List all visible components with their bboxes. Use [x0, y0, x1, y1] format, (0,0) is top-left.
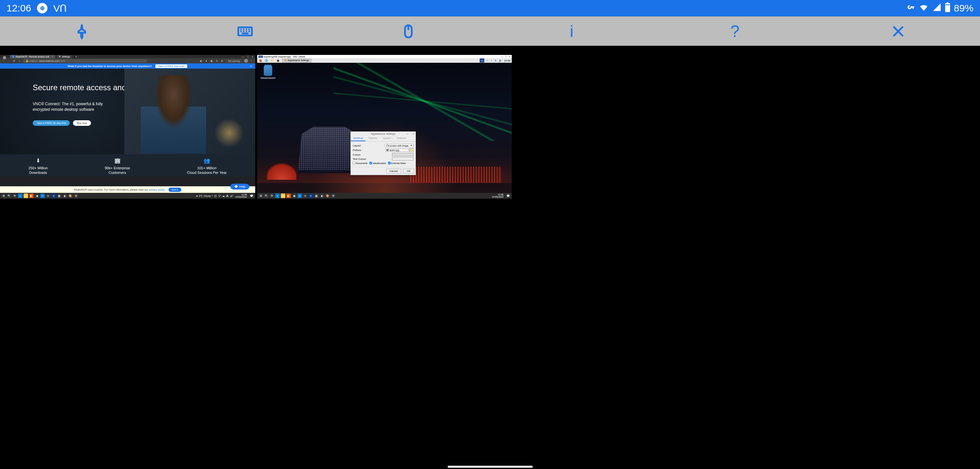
taskbar-app3-icon[interactable]: ◐ [320, 193, 324, 198]
forward-icon[interactable]: → [7, 59, 11, 62]
tray-network-icon[interactable]: 🖧 [226, 195, 229, 197]
tray-icon[interactable]: 🗩 [218, 195, 221, 197]
taskbar-app3-icon[interactable]: ◐ [62, 193, 67, 198]
wastebasket-desktop-icon[interactable]: Wastebasket [261, 66, 275, 79]
picture-filename[interactable]: 🖼 lasers.jpg [385, 149, 408, 152]
promo-close-icon[interactable]: × [250, 64, 252, 68]
pi-bluetooth-icon[interactable]: ᛒ [491, 59, 492, 62]
menu-icon[interactable]: ⋯ [250, 59, 253, 62]
tray-icon[interactable]: ◫ [214, 195, 217, 197]
taskbar-app2-icon[interactable]: ▦ [314, 193, 319, 198]
ok-button[interactable]: OK [403, 169, 414, 174]
taskbar-app4-icon[interactable]: 🎨 [68, 193, 73, 198]
pi-terminal-icon[interactable]: ▣ [276, 59, 280, 62]
tray-onedrive-icon[interactable]: ☁ [222, 195, 225, 197]
pi-volume-icon[interactable]: 🔊 [499, 59, 502, 62]
help-button[interactable]: ? [722, 22, 748, 41]
pi-accessibility-icon[interactable]: ☺ [486, 59, 489, 62]
ext-icon-3[interactable]: ◉ [210, 59, 213, 62]
pi-task-appearance[interactable]: 🎨 Appearance Settings [282, 59, 312, 62]
info-button[interactable]: i [558, 22, 585, 41]
dialog-close-icon[interactable]: × [413, 132, 414, 135]
ext-icon-1[interactable]: ◐ [199, 59, 202, 62]
home-icon[interactable]: ⌂ [18, 59, 21, 62]
taskbar-app-h-icon[interactable]: H [303, 193, 307, 198]
window-minimize-icon[interactable]: — [242, 55, 244, 59]
tray-chevron-icon[interactable]: ^ [212, 195, 213, 197]
new-tab-button[interactable]: + [73, 55, 79, 59]
start-button[interactable]: ⊞ [1, 193, 6, 198]
sync-status[interactable]: Not syncing [226, 60, 242, 62]
pi-browser-icon[interactable]: 🌐 [264, 59, 268, 62]
taskbar-edge-icon[interactable]: e [18, 193, 22, 198]
help-fab[interactable]: 💬 Help [231, 184, 249, 190]
taskbar-outlook-icon[interactable]: O [298, 193, 302, 198]
tray-volume-icon[interactable]: 🔊 [230, 195, 233, 197]
remote-desktop-area[interactable]: ▤ RealVNC® - Remote access soft × ⚙ Sett… [0, 46, 980, 469]
screen-right[interactable]: V2 raspberrypi08 (raspberrypi) - VNC Vie… [257, 55, 512, 199]
taskbar-clock[interactable]: 12:06 07/03/2022 [234, 193, 248, 198]
taskbar-explorer-icon[interactable]: 📁 [24, 193, 28, 198]
cookie-accept-button[interactable]: Got it [169, 188, 181, 192]
taskbar-edge-icon[interactable]: e [275, 193, 280, 198]
taskview-icon[interactable]: ⧉ [270, 193, 274, 198]
search-icon[interactable]: 🔍 [7, 193, 11, 198]
android-gesture-bar[interactable] [448, 466, 533, 468]
tab-system[interactable]: System [380, 136, 394, 141]
taskbar-app2-icon[interactable]: ▦ [57, 193, 62, 198]
start-button[interactable]: ⊞ [258, 193, 263, 198]
check-wastebasket[interactable]: Wastebasket [369, 162, 386, 165]
refresh-icon[interactable]: ⟳ [13, 59, 16, 62]
window-maximize-icon[interactable]: □ [247, 55, 249, 59]
notifications-icon[interactable]: 💬 [506, 193, 511, 198]
pi-menu-icon[interactable]: 🍓 [258, 59, 262, 62]
taskbar-clock[interactable]: 12:06 07/03/2022 [491, 193, 505, 198]
tab-menu-icon[interactable]: ▤ [3, 55, 6, 59]
pi-vnc-icon[interactable]: V2 [480, 59, 484, 62]
pi-files-icon[interactable]: 📁 [270, 59, 274, 62]
tab-taskbar[interactable]: Taskbar [366, 136, 380, 141]
buy-button[interactable]: Buy now [73, 120, 91, 126]
address-bar[interactable]: 🔒 https://www.realvnc.com/en/ [23, 59, 147, 63]
textcolour-swatch[interactable] [392, 157, 414, 160]
mouse-button[interactable] [395, 22, 422, 41]
check-external-disks[interactable]: External Disks [388, 162, 406, 165]
taskview-icon[interactable]: ⧉ [13, 193, 17, 198]
taskbar-vnc-icon[interactable]: V [309, 193, 313, 198]
taskbar-app1-icon[interactable]: ◧ [29, 193, 34, 198]
taskbar-app-h-icon[interactable]: H [46, 193, 50, 198]
taskbar-settings-icon[interactable]: ⚙ [331, 193, 336, 198]
profile-avatar[interactable] [244, 59, 248, 63]
picture-browse-button[interactable]: 📁 [409, 148, 414, 152]
tab-close-icon[interactable]: × [52, 55, 53, 58]
colour-swatch[interactable] [392, 153, 414, 156]
privacy-link[interactable]: privacy policy [149, 188, 164, 191]
taskbar-app1-icon[interactable]: ◧ [286, 193, 291, 198]
collections-icon[interactable]: ⊕ [220, 59, 223, 62]
taskbar-chrome-icon[interactable]: ◉ [292, 193, 296, 198]
check-documents[interactable]: Documents [353, 162, 368, 165]
layout-select[interactable]: Fill screen with image▾ [385, 144, 414, 147]
ext-icon-2[interactable]: ● [205, 59, 208, 62]
notifications-icon[interactable]: 💬 [249, 193, 254, 198]
dialog-titlebar[interactable]: Appearance Settings — ˅ × [351, 132, 415, 136]
close-button[interactable] [885, 22, 911, 41]
taskbar-app4-icon[interactable]: 🎨 [325, 193, 330, 198]
search-icon[interactable]: 🔍 [264, 193, 269, 198]
window-close-icon[interactable]: × [251, 55, 253, 59]
tab-desktop[interactable]: Desktop [351, 136, 366, 141]
trial-button[interactable]: Take a FREE 30-day trial [33, 120, 70, 126]
vnc-close-icon[interactable]: × [509, 55, 511, 58]
taskbar-weather[interactable]: ☁ 6°C Cloudy [196, 195, 211, 197]
tab-settings[interactable]: ⚙ Settings [57, 55, 72, 58]
keyboard-button[interactable] [232, 22, 258, 41]
cancel-button[interactable]: Cancel [386, 169, 401, 174]
taskbar-outlook-icon[interactable]: O [40, 193, 45, 198]
taskbar-settings-icon[interactable]: ⚙ [74, 193, 78, 198]
tab-defaults[interactable]: Defaults [394, 136, 409, 141]
appearance-dialog[interactable]: Appearance Settings — ˅ × Desktop Taskba… [350, 132, 416, 175]
pi-desktop[interactable]: Wastebasket Appearance Settings — ˅ × De… [257, 63, 512, 193]
pi-clock[interactable]: 12:06 [504, 59, 511, 62]
tab-realvnc[interactable]: RealVNC® - Remote access soft × [10, 55, 55, 59]
taskbar-vnc-icon[interactable]: V [51, 193, 56, 198]
